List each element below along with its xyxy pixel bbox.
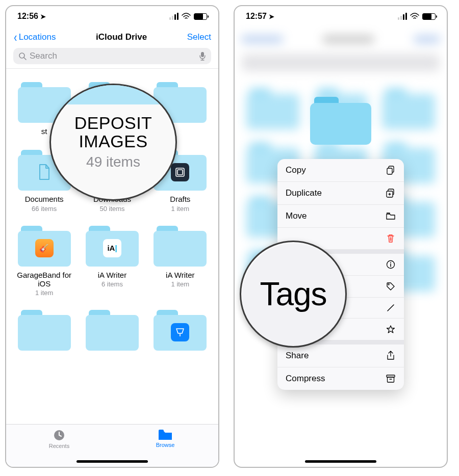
clock-icon [53,429,66,442]
mic-icon[interactable] [199,51,206,61]
cellular-icon [169,13,178,20]
page-title: iCloud Drive [96,32,147,42]
status-bar: 12:56 ➤ [6,6,218,27]
location-arrow-icon: ➤ [40,13,46,20]
status-bar: 12:57 ➤ [235,6,447,27]
share-icon [386,351,396,361]
folder-keynote[interactable] [146,306,214,360]
document-icon [35,163,54,181]
cellular-icon [398,13,407,20]
folder-iawriter[interactable]: iA| iA Writer 6 items [78,222,146,306]
home-indicator[interactable] [305,460,376,463]
battery-icon [194,13,207,20]
search-input[interactable]: Search [13,48,211,64]
svg-rect-7 [159,430,164,432]
svg-rect-2 [201,52,204,57]
focused-folder[interactable] [310,97,371,145]
pencil-icon [386,304,396,312]
svg-point-14 [388,284,389,285]
menu-share[interactable]: Share [277,345,404,367]
folder-garageband[interactable]: 🎸 GarageBand for iOS 1 item [10,222,78,306]
svg-point-13 [390,262,391,263]
trash-icon [386,234,396,243]
nav-bar: ‹ Locations iCloud Drive Select [6,27,218,48]
location-arrow-icon: ➤ [269,13,274,20]
phone-right: 12:57 ➤ Copy Duplic [234,5,448,468]
svg-line-1 [24,58,26,60]
menu-copy[interactable]: Copy [277,159,404,182]
battery-icon [422,13,436,20]
wifi-icon [410,13,419,20]
tag-icon [386,282,396,291]
folder-item[interactable] [78,306,146,360]
star-icon [386,325,396,334]
status-time: 12:56 ➤ [17,12,46,21]
search-icon [18,52,27,60]
folder-icon [386,212,396,220]
info-icon [386,260,396,269]
svg-rect-9 [387,168,392,174]
iawriter-app-icon: iA| [103,239,121,257]
folder-item[interactable] [10,306,78,360]
keynote-app-icon [171,323,189,341]
garageband-app-icon: 🎸 [35,239,54,257]
menu-duplicate[interactable]: Duplicate [277,182,404,205]
wifi-icon [182,13,191,20]
search-placeholder: Search [30,51,57,61]
menu-move[interactable]: Move [277,205,404,228]
duplicate-icon [386,189,396,198]
archive-icon [386,375,396,383]
folder-iawriter-2[interactable]: iA Writer 1 item [146,222,214,306]
home-indicator[interactable] [76,460,148,463]
svg-rect-16 [388,377,394,382]
callout-tags: Tags [240,241,347,348]
copy-icon [386,166,396,175]
svg-rect-5 [177,170,183,175]
status-time: 12:57 ➤ [246,12,274,21]
menu-compress[interactable]: Compress [277,367,404,390]
phone-left: 12:56 ➤ ‹ Locations iCloud Drive Select [5,5,219,468]
callout-deposit-images: DEPOSIT IMAGES 49 items [49,84,177,201]
folder-icon [158,429,173,441]
drafts-app-icon [171,163,189,181]
chevron-left-icon: ‹ [14,30,17,45]
back-button[interactable]: ‹ Locations [13,30,56,45]
select-button[interactable]: Select [187,32,211,42]
